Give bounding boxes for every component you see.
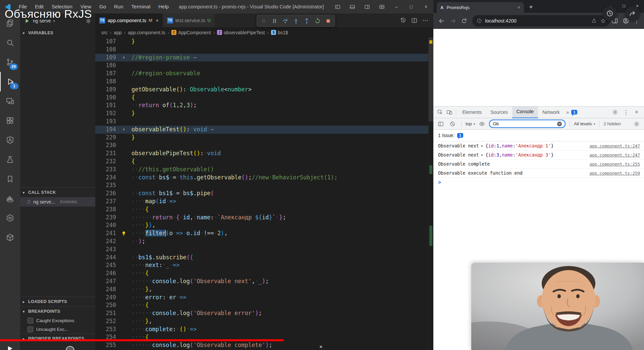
code-line-235[interactable]: 235 [95, 181, 429, 189]
code-line-109[interactable]: 109›//#region·promise·⋯ [95, 54, 429, 62]
code-token[interactable]: 'Observable next' [193, 278, 252, 285]
code-text[interactable]: ······console.log('Observable complete')… [131, 341, 429, 349]
code-token[interactable]: //this.getObservable() [138, 166, 214, 173]
menu-terminal[interactable]: Terminal [127, 0, 155, 13]
code-token[interactable]: ( [190, 342, 193, 348]
drag-handle-icon[interactable] [259, 16, 269, 26]
devtools-tab-console[interactable]: Console [512, 106, 538, 118]
code-token[interactable]: · [169, 262, 173, 268]
activity-extensions[interactable] [0, 111, 20, 130]
code-token[interactable]: !== [204, 230, 214, 236]
close-button[interactable]: × [419, 0, 433, 13]
customize-layout-icon[interactable] [374, 0, 389, 13]
devtools-tab-sources[interactable]: Sources [486, 107, 512, 118]
address-bar[interactable]: localhost:4200 [472, 15, 610, 27]
section-breakpoints[interactable]: ▾BREAKPOINTS [20, 306, 95, 316]
code-token[interactable]: => [179, 294, 186, 301]
code-token[interactable]: , [152, 222, 155, 228]
code-line-243[interactable]: 243 [95, 246, 429, 254]
code-line-194[interactable]: 194›observableTest():·void·⋯ [95, 126, 429, 134]
code-token[interactable]: · [193, 214, 197, 221]
breakpoint-item[interactable]: Caught Exceptions [20, 316, 95, 325]
code-token[interactable]: , [190, 214, 193, 221]
code-token[interactable]: ···· [131, 262, 145, 268]
code-token[interactable]: , [149, 286, 152, 293]
code-token[interactable]: : [173, 326, 176, 333]
editor-tab-app.component.ts[interactable]: TSapp.component.tsM× [95, 13, 163, 27]
code-token[interactable]: = [173, 174, 176, 181]
code-token[interactable]: ·· [131, 254, 138, 261]
console-count-badge[interactable]: 1 [571, 110, 577, 115]
code-token[interactable]: { [145, 302, 149, 308]
code-token[interactable]: return [138, 102, 159, 108]
reload-icon[interactable] [459, 16, 469, 26]
code-token[interactable]: , [252, 278, 255, 285]
code-token[interactable]: · [176, 326, 179, 333]
code-token[interactable]: //#region·observable [131, 70, 200, 77]
code-token[interactable]: · [179, 190, 183, 196]
code-text[interactable]: ····}, [131, 317, 429, 325]
code-token[interactable]: 'Observable error' [193, 310, 255, 316]
code-token[interactable]: ···· [131, 326, 145, 333]
menu-go[interactable]: Go [95, 0, 110, 13]
code-token[interactable]: ·· [131, 166, 138, 173]
code-token[interactable]: void [193, 126, 207, 133]
frame-context-select[interactable]: top▾ [466, 121, 475, 126]
code-token[interactable]: . [176, 278, 179, 285]
code-token[interactable]: · [176, 174, 179, 181]
code-token[interactable]: { [145, 206, 149, 213]
code-token[interactable]: · [166, 294, 169, 301]
code-token[interactable]: ···· [131, 270, 145, 276]
code-token[interactable]: => [169, 198, 176, 205]
editor-scrollbar[interactable] [428, 38, 433, 350]
code-token[interactable]: return [152, 214, 172, 221]
code-line-255[interactable]: 255······console.log('Observable complet… [95, 341, 429, 349]
code-text[interactable]: ····next:·_·=> [131, 261, 429, 269]
code-token[interactable]: · [179, 214, 183, 221]
code-text[interactable] [131, 61, 429, 70]
code-text[interactable]: } [131, 134, 429, 142]
code-token[interactable]: next [145, 262, 159, 268]
clear-console-icon[interactable] [448, 119, 457, 129]
code-token[interactable]: . [152, 254, 155, 261]
browser-tab[interactable]: A PromisRxjs × [437, 2, 524, 13]
code-token[interactable]: () [241, 174, 248, 181]
code-token[interactable]: } [145, 286, 149, 293]
code-token[interactable]: ( [156, 198, 159, 205]
code-line-253[interactable]: 253····complete:·()·=> [95, 325, 429, 334]
code-line-188[interactable]: 188 [95, 78, 429, 86]
code-token[interactable]: void [207, 150, 221, 157]
code-token[interactable]: () [193, 150, 200, 157]
code-line-252[interactable]: 252····}, [95, 317, 429, 325]
code-token[interactable]: } [131, 134, 135, 141]
code-token[interactable]: · [156, 190, 159, 196]
code-text[interactable] [131, 118, 429, 126]
code-token[interactable]: < [224, 86, 227, 93]
activity-run-and-debug[interactable]: 1 [0, 72, 21, 91]
site-info-icon[interactable] [477, 18, 482, 24]
more-tabs-icon[interactable]: » [564, 110, 571, 115]
code-line-192[interactable]: 192} [95, 110, 429, 118]
code-token[interactable]: ⋯ [193, 54, 197, 61]
code-token[interactable]: ···· [131, 230, 145, 236]
code-line-246[interactable]: 246····{ [95, 269, 429, 277]
code-token[interactable]: . [190, 230, 193, 236]
console-message[interactable]: Observable completeapp.component.ts:255 [433, 160, 644, 169]
code-line-187[interactable]: 187//#region·observable [95, 70, 429, 78]
activity-nx-console[interactable] [0, 208, 20, 228]
code-token[interactable]: ···· [131, 302, 145, 308]
code-token[interactable]: · [183, 230, 186, 236]
source-link[interactable]: app.component.ts:255 [589, 162, 640, 167]
step-out-button[interactable] [302, 16, 312, 26]
code-token[interactable]: ···· [131, 198, 145, 205]
code-text[interactable] [131, 78, 429, 86]
devtools-menu-icon[interactable]: ⋮ [621, 107, 631, 117]
step-into-button[interactable] [291, 16, 301, 26]
code-token[interactable]: : [159, 262, 162, 268]
code-text[interactable]: ····}), [131, 221, 429, 229]
breadcrumb-item-bs1$[interactable]: $bs1$ [271, 30, 288, 35]
history-overlay-button[interactable] [602, 6, 617, 21]
split-editor-icon[interactable] [411, 17, 417, 24]
code-text[interactable]: ··const·bs$·=·this.getObservable();//new… [131, 174, 429, 182]
code-token[interactable]: { [131, 158, 135, 165]
